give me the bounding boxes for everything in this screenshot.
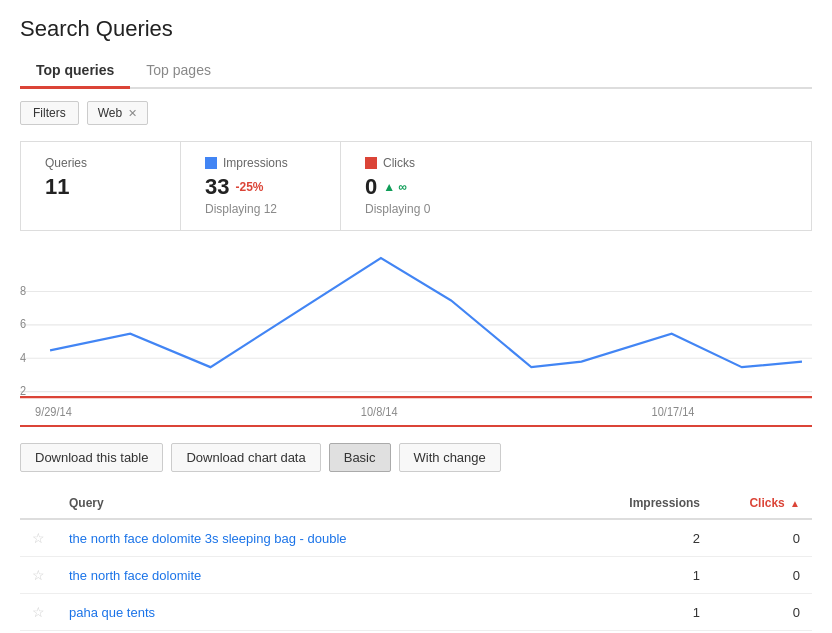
col-header-impressions[interactable]: Impressions — [555, 488, 712, 519]
star-cell[interactable]: ☆ — [20, 594, 57, 631]
query-cell: the north face dolomite — [57, 557, 555, 594]
stat-clicks: Clicks 0 ▲ ∞ Displaying 0 — [341, 142, 501, 230]
data-table: Query Impressions Clicks ▲ ☆ the north f… — [20, 488, 812, 631]
clicks-cell: 0 — [712, 594, 812, 631]
svg-text:6: 6 — [20, 317, 26, 331]
star-cell[interactable]: ☆ — [20, 519, 57, 557]
svg-text:10/17/14: 10/17/14 — [652, 405, 695, 419]
impressions-cell: 2 — [555, 519, 712, 557]
col-header-clicks[interactable]: Clicks ▲ — [712, 488, 812, 519]
stat-queries: Queries 11 — [21, 142, 181, 230]
filters-row: Filters Web ✕ — [20, 101, 812, 125]
col-header-star — [20, 488, 57, 519]
query-link[interactable]: paha que tents — [69, 605, 155, 620]
stats-row: Queries 11 Impressions 33 -25% Displayin… — [20, 141, 812, 231]
stat-clicks-label: Clicks — [365, 156, 477, 170]
impressions-change: -25% — [235, 180, 263, 194]
svg-text:10/8/14: 10/8/14 — [361, 405, 398, 419]
stat-impressions-value: 33 -25% — [205, 174, 316, 200]
tab-top-pages[interactable]: Top pages — [130, 54, 227, 87]
table-row: ☆ the north face dolomite 1 0 — [20, 557, 812, 594]
table-row: ☆ the north face dolomite 3s sleeping ba… — [20, 519, 812, 557]
impressions-sub: Displaying 12 — [205, 202, 316, 216]
table-body: ☆ the north face dolomite 3s sleeping ba… — [20, 519, 812, 631]
svg-text:2: 2 — [20, 383, 26, 397]
page-container: Search Queries Top queries Top pages Fil… — [0, 0, 832, 633]
svg-text:4: 4 — [20, 350, 27, 364]
impressions-cell: 1 — [555, 557, 712, 594]
stat-queries-value: 11 — [45, 174, 156, 200]
star-icon[interactable]: ☆ — [32, 604, 45, 620]
clicks-sub: Displaying 0 — [365, 202, 477, 216]
web-filter-tag: Web ✕ — [87, 101, 148, 125]
svg-text:9/29/14: 9/29/14 — [35, 405, 72, 419]
basic-button[interactable]: Basic — [329, 443, 391, 472]
clicks-sort-arrow: ▲ — [790, 498, 800, 509]
with-change-button[interactable]: With change — [399, 443, 501, 472]
impressions-cell: 1 — [555, 594, 712, 631]
action-row: Download this table Download chart data … — [20, 443, 812, 472]
star-icon[interactable]: ☆ — [32, 567, 45, 583]
star-icon[interactable]: ☆ — [32, 530, 45, 546]
clicks-cell: 0 — [712, 519, 812, 557]
clicks-change: ▲ ∞ — [383, 180, 407, 194]
query-link[interactable]: the north face dolomite 3s sleeping bag … — [69, 531, 347, 546]
table-row: ☆ paha que tents 1 0 — [20, 594, 812, 631]
query-cell: paha que tents — [57, 594, 555, 631]
clicks-cell: 0 — [712, 557, 812, 594]
download-table-button[interactable]: Download this table — [20, 443, 163, 472]
download-chart-button[interactable]: Download chart data — [171, 443, 320, 472]
stat-impressions-label: Impressions — [205, 156, 316, 170]
query-cell: the north face dolomite 3s sleeping bag … — [57, 519, 555, 557]
tabs-bar: Top queries Top pages — [20, 54, 812, 89]
chart-line — [50, 258, 802, 367]
query-link[interactable]: the north face dolomite — [69, 568, 201, 583]
star-cell[interactable]: ☆ — [20, 557, 57, 594]
stat-impressions: Impressions 33 -25% Displaying 12 — [181, 142, 341, 230]
chart-container: 2 4 6 8 9/29/14 10/8/14 10/17/14 — [20, 247, 812, 427]
web-filter-close[interactable]: ✕ — [128, 107, 137, 120]
filters-button[interactable]: Filters — [20, 101, 79, 125]
table-header: Query Impressions Clicks ▲ — [20, 488, 812, 519]
impressions-color-box — [205, 157, 217, 169]
col-header-query: Query — [57, 488, 555, 519]
svg-text:8: 8 — [20, 283, 26, 297]
tab-top-queries[interactable]: Top queries — [20, 54, 130, 89]
stat-clicks-value: 0 ▲ ∞ — [365, 174, 477, 200]
clicks-color-box — [365, 157, 377, 169]
page-title: Search Queries — [20, 16, 812, 42]
chart-svg: 2 4 6 8 9/29/14 10/8/14 10/17/14 — [20, 247, 812, 425]
stat-queries-label: Queries — [45, 156, 156, 170]
